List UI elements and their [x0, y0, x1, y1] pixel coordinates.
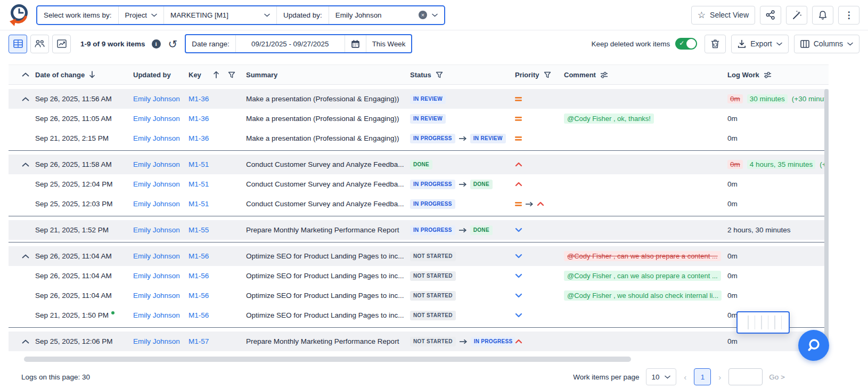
summary-cell: Optimize SEO for Product Landing Pages t… — [246, 272, 410, 280]
delete-button[interactable] — [705, 35, 726, 53]
project-dropdown[interactable]: MARKETING [M1] — [164, 6, 277, 24]
updated-by-link[interactable]: Emily Johnson — [133, 252, 180, 260]
work-item-group: Sep 26, 2025, 11:04 AMEmily JohnsonM1-56… — [9, 242, 829, 325]
log-work-segment: 30 minutes — [747, 94, 788, 103]
calendar-button[interactable] — [345, 35, 366, 52]
work-item-key-link[interactable]: M1-51 — [189, 180, 209, 188]
select-by-dropdown[interactable]: Project — [119, 6, 164, 24]
work-item-key-link[interactable]: M1-51 — [189, 200, 209, 208]
header-summary[interactable]: Summary — [246, 71, 410, 79]
chevron-down-icon — [776, 42, 782, 46]
status-badge: IN PROGRESS — [410, 134, 455, 143]
select-view-button[interactable]: ☆ Select View — [691, 6, 755, 25]
work-item-key-link[interactable]: M1-36 — [189, 95, 209, 103]
header-status[interactable]: Status — [410, 71, 515, 79]
work-item-key-link[interactable]: M1-56 — [189, 311, 209, 319]
magic-wand-button[interactable] — [786, 6, 807, 25]
search-fab-button[interactable] — [798, 330, 829, 361]
keep-deleted-label: Keep deleted work items — [591, 40, 670, 48]
updated-by-dropdown[interactable]: Emily Johnson × — [329, 6, 444, 24]
chevron-down-icon — [847, 42, 853, 46]
updated-by-link[interactable]: Emily Johnson — [133, 292, 180, 300]
priority-cell — [515, 116, 564, 122]
prev-page-button[interactable]: ‹ — [683, 373, 687, 382]
work-item-key-link[interactable]: M1-36 — [189, 134, 209, 142]
vertical-scrollbar[interactable] — [824, 89, 829, 349]
updated-by-link[interactable]: Emily Johnson — [133, 272, 180, 280]
priority-cell — [515, 201, 564, 207]
table-row: Sep 26, 2025, 11:05 AMEmily JohnsonM1-36… — [9, 109, 829, 128]
share-button[interactable] — [760, 6, 781, 25]
status-badge: NOT STARTED — [410, 291, 456, 301]
clear-filter-icon[interactable]: × — [419, 11, 427, 19]
row-collapse-cell — [9, 163, 35, 167]
date-text: Sep 26, 2025, 11:05 AM — [35, 115, 112, 123]
collapse-group-button[interactable] — [22, 163, 29, 167]
next-page-button[interactable]: › — [717, 373, 722, 382]
work-item-key-cell: M1-56 — [189, 292, 246, 300]
collapse-group-button[interactable] — [22, 254, 29, 258]
updated-by-link[interactable]: Emily Johnson — [133, 160, 180, 168]
work-item-key-link[interactable]: M1-51 — [189, 160, 209, 168]
sort-asc-icon[interactable] — [213, 71, 219, 78]
sliders-icon[interactable] — [764, 71, 772, 78]
date-text: Sep 26, 2025, 11:04 AM — [35, 252, 112, 260]
work-item-key-link[interactable]: M1-56 — [189, 252, 209, 260]
status-cell: IN PROGRESS — [410, 199, 515, 209]
collapse-group-button[interactable] — [22, 97, 29, 101]
more-menu-button[interactable]: ⋮ — [838, 6, 859, 25]
work-item-key-link[interactable]: M1-56 — [189, 292, 209, 300]
updated-by-link[interactable]: Emily Johnson — [133, 337, 180, 345]
horizontal-scrollbar[interactable] — [24, 357, 631, 362]
bell-icon — [818, 10, 828, 20]
current-page-button[interactable]: 1 — [694, 368, 711, 385]
collapse-all-header[interactable] — [9, 72, 35, 77]
sliders-icon[interactable] — [600, 71, 608, 78]
per-page-select[interactable]: 10 — [646, 368, 677, 385]
preset-this-week[interactable]: This Week — [366, 35, 412, 52]
header-priority[interactable]: Priority — [515, 71, 564, 79]
go-to-page-input[interactable] — [728, 368, 763, 385]
header-updated-by[interactable]: Updated by — [133, 71, 189, 79]
table-view-icon — [13, 39, 23, 48]
sort-desc-icon[interactable] — [89, 71, 95, 78]
chart-view-button[interactable] — [52, 35, 71, 53]
date-text: Sep 25, 2025, 12:03 PM — [35, 200, 113, 208]
date-of-change-cell: Sep 26, 2025, 11:56 AM — [35, 95, 133, 103]
date-of-change-cell: Sep 21, 2025, 1:50 PM — [35, 311, 133, 319]
updated-by-link[interactable]: Emily Johnson — [133, 134, 180, 142]
date-range-value[interactable]: 09/21/2025 - 09/27/2025 — [236, 35, 345, 52]
filter-funnel-icon[interactable] — [228, 71, 235, 78]
updated-by-link[interactable]: Emily Johnson — [133, 115, 180, 123]
go-button[interactable]: Go > — [769, 373, 785, 381]
updated-by-link[interactable]: Emily Johnson — [133, 180, 180, 188]
filter-funnel-icon[interactable] — [436, 71, 443, 78]
updated-by-link[interactable]: Emily Johnson — [133, 311, 180, 319]
summary-cell: Optimize SEO for Product Landing Pages t… — [246, 292, 410, 300]
keep-deleted-toggle[interactable]: ✓ — [675, 38, 697, 50]
work-item-key-link[interactable]: M1-55 — [189, 226, 209, 234]
notifications-button[interactable] — [812, 6, 833, 25]
work-item-key-link[interactable]: M1-57 — [189, 337, 209, 345]
people-view-button[interactable] — [30, 35, 49, 53]
filter-funnel-icon[interactable] — [544, 71, 551, 78]
header-date-of-change[interactable]: Date of change — [35, 71, 133, 79]
updated-by-link[interactable]: Emily Johnson — [133, 226, 180, 234]
status-badge: DONE — [410, 160, 432, 169]
work-item-key-link[interactable]: M1-56 — [189, 272, 209, 280]
header-key[interactable]: Key — [189, 71, 246, 79]
header-log-work[interactable]: Log Work — [727, 71, 829, 79]
log-work-cell: 0m — [727, 134, 829, 142]
table-row: Sep 25, 2025, 12:04 PMEmily JohnsonM1-51… — [9, 174, 829, 194]
header-comment[interactable]: Comment — [564, 71, 727, 79]
columns-button[interactable]: Columns — [794, 35, 859, 53]
info-icon[interactable]: i — [152, 39, 161, 48]
app-logo-icon — [7, 3, 31, 27]
export-button[interactable]: Export — [731, 35, 788, 53]
updated-by-link[interactable]: Emily Johnson — [133, 95, 180, 103]
collapse-group-button[interactable] — [22, 340, 29, 344]
refresh-icon[interactable]: ↺ — [168, 38, 178, 50]
table-view-button[interactable] — [9, 35, 27, 53]
work-item-key-link[interactable]: M1-36 — [189, 115, 209, 123]
updated-by-link[interactable]: Emily Johnson — [133, 200, 180, 208]
